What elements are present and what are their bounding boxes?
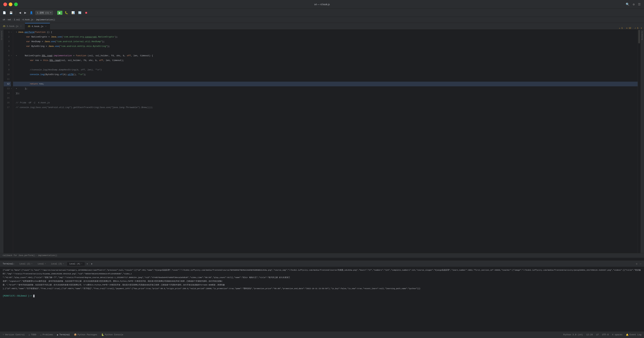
line-col-status[interactable]: 12:20	[586, 333, 593, 336]
terminal-content[interactable]: {"code":0,"data":{"count":5,"next":"/api…	[0, 267, 644, 331]
structure-icon[interactable]: Structure	[1, 31, 3, 40]
fold-icon-1[interactable]: ▾	[11, 30, 12, 35]
breadcrumb-bar: s4 › net › 2.ssl › 4.hook.js › implement…	[0, 17, 644, 23]
version-control-status[interactable]: ⑂ Version Control	[3, 333, 25, 336]
left-activity-bar: Structure	[0, 30, 4, 253]
line-num-5: 5	[4, 49, 11, 53]
tab-3hookjs[interactable]: JS 3.hook.js ×	[0, 23, 25, 29]
code-line-1: ▾ Java.perform(function () {	[13, 30, 638, 35]
python-version-label: Python 3.8 (s4)	[563, 333, 583, 336]
terminal-close-icon[interactable]: —	[640, 262, 641, 265]
code-line-16: // frida -UF -l 4.hook.js	[13, 100, 638, 105]
breadcrumb-implementation: implementation()	[38, 254, 57, 257]
bookmarks-icon[interactable]: Bookmarks	[641, 31, 643, 40]
event-log-label: Event Log	[630, 333, 641, 336]
line-num-13: 13 ▾	[4, 86, 11, 91]
nav-back-btn[interactable]: ◀	[18, 11, 22, 15]
line-num-7: 7	[4, 58, 11, 63]
process-selector[interactable]: 1.进程 (1) ▾	[36, 11, 53, 15]
tab-close-4hookjs[interactable]: ×	[45, 25, 47, 28]
debug-button[interactable]: 🐛	[64, 11, 69, 15]
toolbar-file-btn[interactable]: 📄	[2, 11, 7, 15]
code-line-12: return res;	[13, 82, 638, 86]
code-line-17: // console.log(Java.use("android.util.Lo…	[13, 105, 638, 110]
terminal-tab-close-local[interactable]: ×	[45, 263, 46, 265]
warnings-indicator[interactable]: ⚠ 1 ✕ 12 ✓ 1 ▾	[619, 27, 642, 29]
breadcrumb-hookjs[interactable]: 4.hook.js	[22, 19, 33, 21]
search-icon[interactable]: 🔍	[626, 3, 630, 6]
terminal-tab-local2[interactable]: Local (2) ×	[17, 262, 35, 266]
code-editor[interactable]: ▾ Java.perform(function () { var NativeC…	[13, 30, 638, 253]
maximize-button[interactable]	[14, 3, 18, 6]
code-line-5	[13, 49, 638, 53]
terminal-line-blank	[3, 290, 641, 294]
terminal-settings-icon[interactable]: ⚙	[636, 262, 637, 265]
fold-icon-6[interactable]: ▾	[11, 53, 12, 58]
python-version-status[interactable]: Python 3.8 (s4)	[563, 333, 583, 336]
window-controls	[3, 3, 18, 6]
line-num-9: 9	[4, 68, 11, 72]
python-packages-status[interactable]: 📦 Python Packages	[74, 333, 97, 336]
scrollbar-thumb[interactable]	[638, 30, 640, 43]
line-num-14: 14	[4, 91, 11, 96]
terminal-line-5: },{"id":49672,"name":"关于前置知识","free_trai…	[3, 287, 641, 290]
tab-icon-3hookjs: JS	[3, 25, 5, 28]
indent-status[interactable]: 4 spaces	[612, 333, 622, 336]
terminal-prompt-line: [M2007J17C::SSLDemo2 ]->	[3, 294, 641, 298]
run-button[interactable]: ▶	[57, 11, 62, 15]
code-line-7: var res = this.SSL_read(ssl, ssl_holder,…	[13, 58, 638, 63]
toolbar-save-btn[interactable]: 💾	[8, 11, 14, 15]
terminal-cursor[interactable]	[33, 295, 34, 297]
terminal-tab-local[interactable]: Local ×	[36, 262, 48, 266]
terminal-tab-close-local2[interactable]: ×	[31, 263, 32, 265]
coverage-button[interactable]: 📊	[70, 11, 76, 15]
event-log-icon: 🔔	[626, 333, 628, 336]
stop-button[interactable]: ⏹	[84, 11, 88, 15]
code-line-13: ▾ };	[13, 86, 638, 91]
breadcrumb-impl[interactable]: implementation()	[36, 19, 55, 21]
terminal-status-label: Terminal	[59, 333, 70, 336]
tab-4hookjs[interactable]: JS 4.hook.js ×	[25, 23, 50, 29]
problems-status[interactable]: ⚠ Problems	[40, 333, 53, 336]
terminal-label: Terminal:	[3, 263, 14, 265]
breadcrumb-ssl[interactable]: 2.ssl	[14, 19, 20, 21]
event-log-status[interactable]: 🔔 Event Log	[626, 333, 641, 336]
nav-forward-btn[interactable]: ▶	[23, 11, 27, 15]
encoding-status[interactable]: UTF-8	[602, 333, 608, 336]
todo-status[interactable]: ☑ TODO	[29, 333, 36, 336]
todo-label: TODO	[31, 333, 36, 336]
tab-label-3hookjs: 3.hook.js	[7, 25, 18, 28]
terminal-section: Terminal: Local (2) × Local × Local (3) …	[0, 261, 644, 331]
terminal-tab-menu-btn[interactable]: ▾	[90, 262, 94, 265]
breadcrumb-s4[interactable]: s4	[3, 19, 5, 21]
terminal-tab-close-local4[interactable]: ×	[81, 263, 82, 265]
terminal-new-tab-btn[interactable]: +	[85, 262, 89, 265]
settings-icon[interactable]: ⚙	[633, 3, 634, 6]
terminal-tab-close-local3[interactable]: ×	[63, 263, 64, 265]
close-button[interactable]	[3, 3, 7, 6]
line-numbers: 1 ▾ 2 3 4 5 6 ▾ 7 8 9 10 11 12 13 ▾ 14 1…	[4, 30, 13, 253]
terminal-tab-local4[interactable]: Local (4) ×	[67, 262, 85, 266]
terminal-line-4: 爱。","brief":"多年开发实战经验，先后任职于汽车之家、好大夫在线等多家…	[3, 283, 641, 287]
tab-close-3hookjs[interactable]: ×	[20, 25, 22, 27]
code-line-6: ▾ NativeCrypto.SSL_read.implementation =…	[13, 53, 638, 58]
scrollbar-track[interactable]	[638, 30, 640, 253]
reload-button[interactable]: 🔄	[77, 11, 82, 15]
line-sep-status[interactable]: LF	[596, 333, 599, 336]
fold-icon-13[interactable]: ▾	[11, 86, 12, 91]
minimize-button[interactable]	[9, 3, 12, 6]
fold-gutter-6[interactable]: ▾	[16, 53, 17, 58]
terminal-status[interactable]: ▶ Terminal	[57, 333, 70, 336]
python-console-status[interactable]: 🐍 Python Console	[101, 333, 123, 336]
terminal-header: Terminal: Local (2) × Local × Local (3) …	[0, 261, 644, 267]
title-bar: s4 — 4.hook.js 🔍 ⚙ ☰	[0, 0, 644, 9]
terminal-tab-local3[interactable]: Local (3) ×	[49, 262, 66, 266]
process-label: 1.进程 (1)	[37, 11, 49, 14]
fold-gutter-13[interactable]: ▾	[16, 86, 17, 91]
terminal-prompt: [M2007J17C::SSLDemo2 ]->	[3, 295, 32, 297]
breadcrumb-label-impl: implementation()	[36, 19, 55, 21]
breadcrumb-net[interactable]: net	[8, 19, 12, 21]
more-icon[interactable]: ☰	[638, 3, 641, 6]
run-config-btn[interactable]: 👤	[29, 11, 34, 15]
fold-gutter-1[interactable]: ▾	[16, 30, 17, 35]
